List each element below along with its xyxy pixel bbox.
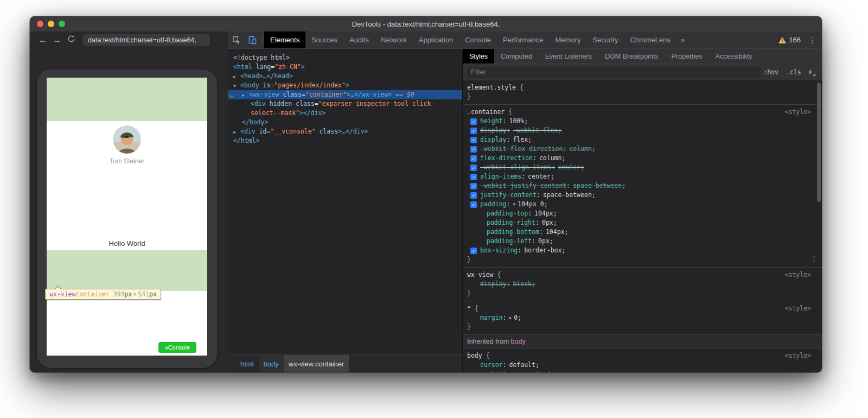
css-property[interactable]: padding-left:0px; xyxy=(467,237,819,246)
css-property[interactable]: ✓padding:▼104px 0; xyxy=(467,200,819,209)
padding-highlight-top xyxy=(47,78,207,121)
css-property[interactable]: padding-right:0px; xyxy=(467,218,819,227)
style-origin-link[interactable]: <style> xyxy=(785,351,819,360)
property-checkbox[interactable]: ✓ xyxy=(470,183,477,189)
inspect-element-icon[interactable] xyxy=(228,31,244,48)
forward-icon[interactable]: → xyxy=(51,34,63,46)
disclosure-arrow-icon[interactable]: ▶ xyxy=(242,91,249,100)
pseudo-state-toggle[interactable]: :hov xyxy=(760,68,782,76)
property-checkbox[interactable]: ✓ xyxy=(470,146,477,153)
device-toolbar-icon[interactable] xyxy=(244,31,260,48)
css-property[interactable]: ✓align-items:center; xyxy=(467,172,819,181)
dom-node[interactable]: <html lang="zh-CN"> xyxy=(228,62,462,72)
css-property[interactable]: display:block; xyxy=(467,280,819,289)
rule-selector[interactable]: * { xyxy=(467,304,478,313)
breadcrumb: htmlbodywx-view.container xyxy=(228,354,462,372)
sidebar-tab-accessibility[interactable]: Accessibility xyxy=(709,49,759,64)
sidebar-tab-computed[interactable]: Computed xyxy=(494,49,539,64)
property-checkbox[interactable]: ✓ xyxy=(470,164,477,171)
warning-badge[interactable]: 166 xyxy=(778,31,806,48)
sidebar-tab-properties[interactable]: Properties xyxy=(665,49,709,64)
vconsole-button[interactable]: vConsole xyxy=(158,342,196,353)
css-property[interactable]: ✓display:-webkit-flex; xyxy=(467,126,819,135)
more-tabs-icon[interactable]: » xyxy=(676,31,689,48)
window-titlebar: DevTools - data:text/html;charset=utf-8;… xyxy=(30,16,822,31)
dom-node[interactable]: ▼<body is="pages/index/index"> xyxy=(228,81,462,90)
property-checkbox[interactable]: ✓ xyxy=(470,137,477,143)
css-property[interactable]: ✓-webkit-justify-content:space-between; xyxy=(467,181,819,191)
dom-node[interactable]: </body> xyxy=(228,118,462,127)
css-property[interactable]: padding-bottom:104px; xyxy=(467,227,819,237)
dom-node[interactable]: <div hidden class="exparser-inspector-to… xyxy=(228,99,462,109)
property-checkbox[interactable]: ✓ xyxy=(470,174,477,180)
dom-node[interactable]: ▶<head>…</head> xyxy=(228,72,462,81)
device-screen[interactable]: Tom Steiner Hello World wx-viewcontainer… xyxy=(47,78,207,356)
reload-icon[interactable] xyxy=(65,34,77,46)
kebab-menu-icon[interactable]: ⋮ xyxy=(806,31,822,48)
property-checkbox[interactable]: ✓ xyxy=(470,201,477,208)
address-bar[interactable]: data:text/html;charset=utf-8;base64, xyxy=(82,34,210,46)
css-property[interactable]: cursor:default; xyxy=(467,360,819,370)
rule-kebab-icon[interactable]: ⋮ xyxy=(810,255,818,263)
css-property[interactable]: ✓justify-content:space-between; xyxy=(467,191,819,200)
new-style-rule-button[interactable]: + xyxy=(805,67,818,77)
rule-selector[interactable]: element.style { xyxy=(467,83,524,92)
css-property[interactable]: -webkit-user-select:none; xyxy=(467,370,819,372)
breadcrumb-body[interactable]: body xyxy=(259,355,284,372)
tab-memory[interactable]: Memory xyxy=(549,31,586,48)
scrollbar-thumb[interactable] xyxy=(817,83,821,202)
node-overflow-indicator: … xyxy=(229,90,233,99)
property-checkbox[interactable]: ✓ xyxy=(470,128,477,134)
css-property[interactable]: ✓flex-direction:column; xyxy=(467,154,819,163)
tab-chromelens[interactable]: ChromeLens xyxy=(624,31,676,48)
css-property[interactable]: ✓-webkit-flex-direction:column; xyxy=(467,144,819,154)
expand-longhand-icon[interactable]: ▼ xyxy=(513,200,515,209)
tab-application[interactable]: Application xyxy=(413,31,459,48)
css-property[interactable]: padding-top:104px; xyxy=(467,209,819,218)
class-toggle[interactable]: .cls xyxy=(782,68,805,76)
tab-elements[interactable]: Elements xyxy=(264,31,305,48)
style-origin-link[interactable]: <style> xyxy=(785,270,819,280)
styles-filter-row: :hov .cls + xyxy=(463,64,822,80)
css-property[interactable]: ✓height:100%; xyxy=(467,117,819,126)
property-checkbox[interactable]: ✓ xyxy=(470,248,477,254)
rule-selector[interactable]: .container { xyxy=(467,107,512,117)
style-origin-link[interactable]: <style> xyxy=(785,107,819,117)
tab-performance[interactable]: Performance xyxy=(497,31,549,48)
dom-node[interactable]: </html> xyxy=(228,136,462,145)
tab-sources[interactable]: Sources xyxy=(305,31,343,48)
breadcrumb-html[interactable]: html xyxy=(235,355,259,372)
property-checkbox[interactable]: ✓ xyxy=(470,118,477,125)
styles-filter-input[interactable] xyxy=(467,67,760,78)
css-property[interactable]: ✓display:flex; xyxy=(467,135,819,144)
dom-node[interactable]: <!doctype html> xyxy=(228,53,462,62)
disclosure-arrow-icon[interactable]: ▶ xyxy=(233,128,240,137)
rule-selector[interactable]: wx-view { xyxy=(467,270,501,280)
property-checkbox[interactable]: ✓ xyxy=(470,155,477,162)
dom-node-selected[interactable]: …▶<wx-view class="container">…</wx-view>… xyxy=(228,90,462,99)
sidebar-tab-styles[interactable]: Styles xyxy=(463,49,494,64)
dom-node[interactable]: ▶<div id="__vconsole" class>…</div> xyxy=(228,127,462,136)
back-icon[interactable]: ← xyxy=(37,34,49,46)
css-property[interactable]: ✓-webkit-align-items:center; xyxy=(467,163,819,172)
property-checkbox[interactable]: ✓ xyxy=(470,192,477,199)
dom-node[interactable]: select--mask"></div> xyxy=(228,109,462,118)
style-origin-link[interactable]: <style> xyxy=(785,304,819,313)
breadcrumb-wx-view-container[interactable]: wx-view.container xyxy=(284,355,349,372)
inherited-body-link[interactable]: body xyxy=(511,338,526,345)
tab-network[interactable]: Network xyxy=(375,31,413,48)
tab-audits[interactable]: Audits xyxy=(343,31,375,48)
rule-selector[interactable]: body { xyxy=(467,351,490,360)
sidebar-tab-dom-breakpoints[interactable]: DOM Breakpoints xyxy=(598,49,665,64)
css-property[interactable]: ✓box-sizing:border-box; xyxy=(467,246,819,255)
disclosure-arrow-icon[interactable]: ▶ xyxy=(233,72,240,81)
css-property[interactable]: margin:▶0; xyxy=(467,313,819,322)
toolbar-separator xyxy=(262,35,263,45)
tooltip-class: container xyxy=(75,290,109,298)
tab-console[interactable]: Console xyxy=(459,31,497,48)
expand-longhand-icon[interactable]: ▶ xyxy=(509,313,512,322)
browser-pane: ← → data:text/html;charset=utf-8;base64, xyxy=(30,31,228,372)
tab-security[interactable]: Security xyxy=(586,31,624,48)
disclosure-arrow-icon[interactable]: ▼ xyxy=(233,81,240,91)
sidebar-tab-event-listeners[interactable]: Event Listeners xyxy=(539,49,598,64)
